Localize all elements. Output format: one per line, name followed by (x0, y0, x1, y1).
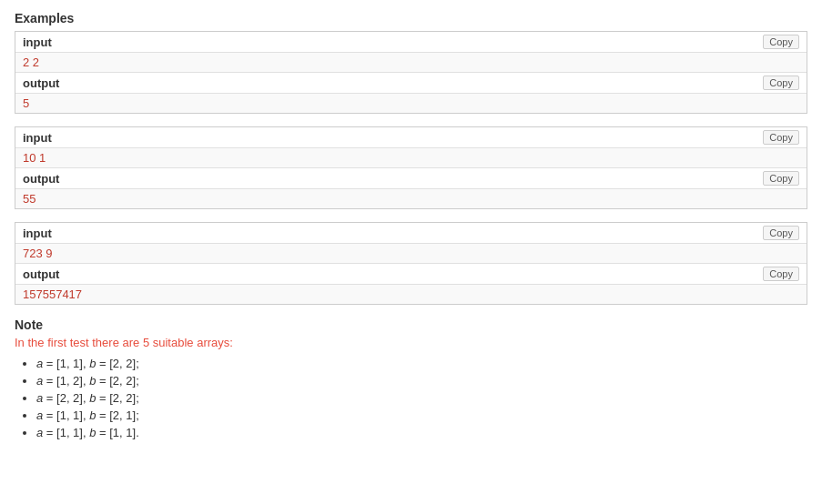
example-block-3: input Copy 723 9 output Copy 157557417 (15, 222, 807, 305)
note-section: Note In the first test there are 5 suita… (15, 318, 807, 439)
list-item-4: a = [1, 1], b = [2, 1]; (36, 408, 807, 422)
copy-input-button-3[interactable]: Copy (763, 226, 799, 240)
note-description: In the first test there are 5 suitable a… (15, 336, 807, 349)
example-block-1: input Copy 2 2 output Copy 5 (15, 31, 807, 114)
output-row-1: output Copy (15, 73, 807, 94)
input-value-row-3: 723 9 (15, 244, 807, 264)
list-item-1: a = [1, 1], b = [2, 2]; (36, 357, 807, 370)
input-value-1: 2 2 (23, 55, 39, 69)
example-block-2: input Copy 10 1 output Copy 55 (15, 126, 807, 209)
input-label-1: input (23, 35, 52, 49)
output-value-row-2: 55 (15, 189, 807, 208)
copy-input-button-2[interactable]: Copy (763, 130, 799, 145)
input-row-2: input Copy (15, 127, 807, 148)
list-item-3: a = [2, 2], b = [2, 2]; (36, 391, 807, 405)
output-row-3: output Copy (15, 264, 807, 285)
note-title: Note (15, 318, 807, 332)
output-label-2: output (23, 172, 59, 186)
output-row-2: output Copy (15, 168, 807, 189)
input-value-2: 10 1 (23, 151, 46, 165)
list-item-5: a = [1, 1], b = [1, 1]. (36, 426, 807, 439)
input-row-3: input Copy (15, 223, 807, 244)
page-container: Examples input Copy 2 2 output Copy 5 in… (15, 11, 807, 439)
section-title: Examples (15, 11, 807, 25)
input-value-3: 723 9 (23, 247, 53, 260)
copy-output-button-2[interactable]: Copy (763, 171, 799, 186)
output-label-1: output (23, 76, 59, 90)
input-row-1: input Copy (15, 32, 807, 53)
input-label-3: input (23, 227, 52, 240)
input-value-row-2: 10 1 (15, 148, 807, 168)
copy-output-button-1[interactable]: Copy (763, 76, 799, 90)
output-value-2: 55 (23, 192, 36, 206)
output-value-row-3: 157557417 (15, 285, 807, 304)
copy-input-button-1[interactable]: Copy (763, 35, 799, 49)
output-value-3: 157557417 (23, 287, 82, 301)
output-label-3: output (23, 267, 59, 281)
input-label-2: input (23, 131, 52, 145)
list-item-2: a = [1, 2], b = [2, 2]; (36, 374, 807, 388)
output-value-row-1: 5 (15, 94, 807, 113)
copy-output-button-3[interactable]: Copy (763, 267, 799, 281)
input-value-row-1: 2 2 (15, 53, 807, 73)
note-list: a = [1, 1], b = [2, 2]; a = [1, 2], b = … (15, 357, 807, 439)
output-value-1: 5 (23, 96, 29, 110)
